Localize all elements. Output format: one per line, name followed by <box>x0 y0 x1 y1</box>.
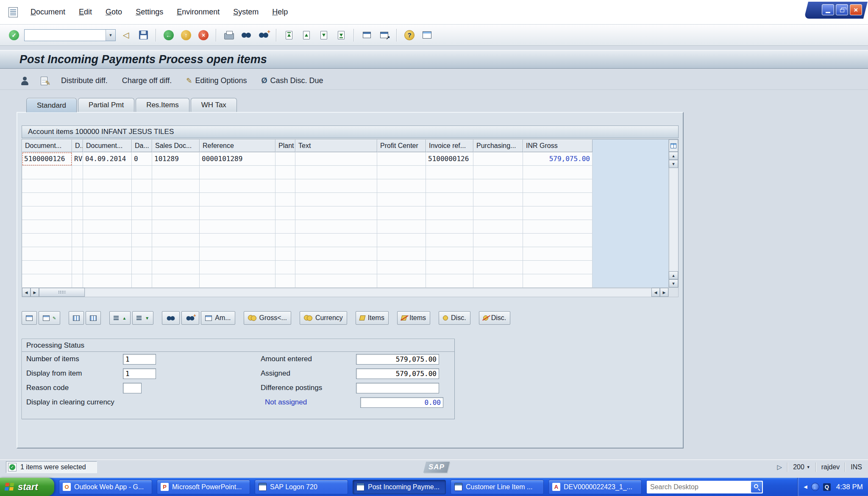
column-header-inr-gross[interactable]: INR Gross <box>523 139 593 152</box>
new-session-button[interactable] <box>359 28 374 43</box>
gross-button[interactable]: Gross<... <box>244 311 291 325</box>
page-right-button[interactable]: ▶ <box>660 288 668 297</box>
column-header-profit-center[interactable]: Profit Center <box>377 139 426 152</box>
table-settings-button[interactable] <box>669 139 678 152</box>
column-header-purchasing[interactable]: Purchasing... <box>473 139 523 152</box>
taskbar-item-dev-document[interactable]: ADEV0000022423_1_... <box>548 480 642 494</box>
deactivate-items-button[interactable]: Items <box>397 311 430 325</box>
menu-item-help[interactable]: Help <box>265 8 295 17</box>
edit-items-button[interactable]: ✎ <box>39 311 60 325</box>
column-header-document-date[interactable]: Document... <box>83 139 132 152</box>
menu-item-settings[interactable]: Settings <box>129 8 170 17</box>
search-input[interactable] <box>650 483 751 491</box>
column-header-reference[interactable]: Reference <box>200 139 275 152</box>
cell-sales-doc[interactable]: 101289 <box>152 152 200 166</box>
find-button[interactable] <box>239 28 253 43</box>
customize-layout-button[interactable] <box>420 28 434 43</box>
menu-item-environment[interactable]: Environment <box>170 8 226 17</box>
deselect-column-button[interactable] <box>86 311 101 325</box>
scroll-left-button[interactable]: ◀ <box>22 288 31 297</box>
menu-item-edit[interactable]: Edit <box>72 8 99 17</box>
page-size-dropdown[interactable]: 200▼ <box>793 463 810 471</box>
taskbar-item-sap-logon[interactable]: SAP Logon 720 <box>255 480 348 494</box>
scroll-right-button[interactable]: ▶ <box>31 288 39 297</box>
charge-off-diff-button[interactable]: Charge off diff. <box>117 74 177 87</box>
close-button[interactable]: × <box>850 4 862 15</box>
cell-profit-center[interactable] <box>377 152 426 166</box>
tab-standard[interactable]: Standard <box>26 98 77 112</box>
cancel-button[interactable]: × <box>196 28 211 43</box>
horizontal-scroll-thumb[interactable] <box>39 288 85 297</box>
document-edit-button[interactable]: ✎ <box>36 74 52 88</box>
currency-button[interactable]: Currency <box>300 311 347 325</box>
cell-text[interactable] <box>295 152 377 166</box>
cell-document-date[interactable]: 04.09.2014 <box>83 152 132 166</box>
taskbar-item-post-incoming[interactable]: Post Incoming Payme... <box>353 480 446 494</box>
vertical-scroll-track[interactable] <box>669 168 678 271</box>
exit-button[interactable]: ↑ <box>179 28 193 43</box>
minimize-button[interactable] <box>822 4 834 15</box>
sort-descending-button[interactable]: ▼ <box>132 311 153 325</box>
cell-doc-type[interactable]: RV <box>72 152 83 166</box>
difference-postings-field[interactable] <box>356 383 439 393</box>
distribute-diff-button[interactable]: Distribute diff. <box>56 74 113 87</box>
display-from-item-field[interactable] <box>123 368 156 379</box>
column-header-text[interactable]: Text <box>295 139 377 152</box>
tab-res-items[interactable]: Res.Items <box>136 98 189 112</box>
save-button[interactable] <box>136 28 150 43</box>
column-header-sales-doc[interactable]: Sales Doc... <box>152 139 200 152</box>
find-next-button[interactable]: + <box>256 28 271 43</box>
previous-page-button[interactable] <box>299 28 314 43</box>
back-button[interactable]: ◁ <box>119 28 133 43</box>
not-assigned-label[interactable]: Not assigned <box>265 398 360 407</box>
status-expand-icon[interactable]: ▷ <box>777 463 782 471</box>
find-next-items-button[interactable]: + <box>181 311 199 325</box>
cell-days[interactable]: 0 <box>132 152 152 166</box>
cell-inr-gross[interactable]: 579,075.00 <box>523 152 593 166</box>
activate-items-button[interactable]: Items <box>356 311 389 325</box>
select-column-button[interactable] <box>69 311 84 325</box>
editing-options-button[interactable]: ✎Editing Options <box>181 74 252 87</box>
column-header-document-number[interactable]: Document... <box>22 139 72 152</box>
cell-purchasing[interactable] <box>473 152 523 166</box>
enter-button[interactable]: ✓ <box>7 28 21 43</box>
column-header-plant[interactable]: Plant <box>275 139 295 152</box>
column-header-days[interactable]: Da... <box>132 139 152 152</box>
tray-chevron-icon[interactable]: ◀ <box>804 484 807 490</box>
print-button[interactable] <box>222 28 236 43</box>
page-down-button[interactable]: ▼ <box>669 279 678 287</box>
sort-ascending-button[interactable]: ▲ <box>109 311 131 325</box>
tab-wh-tax[interactable]: WH Tax <box>191 98 237 112</box>
cell-document-number[interactable]: 5100000126 <box>22 152 72 166</box>
horizontal-scroll-track[interactable] <box>85 288 651 297</box>
tray-q-icon[interactable]: Q <box>823 483 831 491</box>
start-button[interactable]: start <box>0 478 54 496</box>
column-header-doc-type[interactable]: D... <box>72 139 83 152</box>
deactivate-discount-button[interactable]: Disc. <box>479 311 511 325</box>
partner-button[interactable] <box>17 74 32 88</box>
taskbar-item-outlook[interactable]: OOutlook Web App - G... <box>59 480 152 494</box>
cash-disc-due-button[interactable]: ØCash Disc. Due <box>256 74 328 87</box>
restore-button[interactable] <box>836 4 848 15</box>
first-page-button[interactable] <box>282 28 296 43</box>
column-header-invoice-ref[interactable]: Invoice ref... <box>426 139 473 152</box>
back-f3-button[interactable]: ← <box>161 28 176 43</box>
reason-code-field[interactable] <box>123 383 142 393</box>
menu-item-system[interactable]: System <box>226 8 265 17</box>
find-items-button[interactable] <box>162 311 180 325</box>
amount-button[interactable]: Am... <box>201 311 235 325</box>
search-button[interactable] <box>751 482 762 493</box>
scroll-up-button[interactable]: ▲ <box>669 152 678 160</box>
taskbar-item-customer-line[interactable]: Customer Line Item ... <box>451 480 544 494</box>
last-page-button[interactable] <box>334 28 348 43</box>
number-of-items-field[interactable] <box>123 354 156 365</box>
cell-plant[interactable] <box>275 152 295 166</box>
activate-discount-button[interactable]: Disc. <box>439 311 470 325</box>
create-shortcut-button[interactable]: ↗ <box>377 28 391 43</box>
cell-invoice-ref[interactable]: 5100000126 <box>426 152 473 166</box>
command-input[interactable] <box>25 30 106 41</box>
select-items-button[interactable] <box>22 311 37 325</box>
menu-item-document[interactable]: Document <box>24 8 72 17</box>
taskbar-item-powerpoint[interactable]: PMicrosoft PowerPoint... <box>157 480 250 494</box>
scroll-down-button[interactable]: ▼ <box>669 160 678 168</box>
